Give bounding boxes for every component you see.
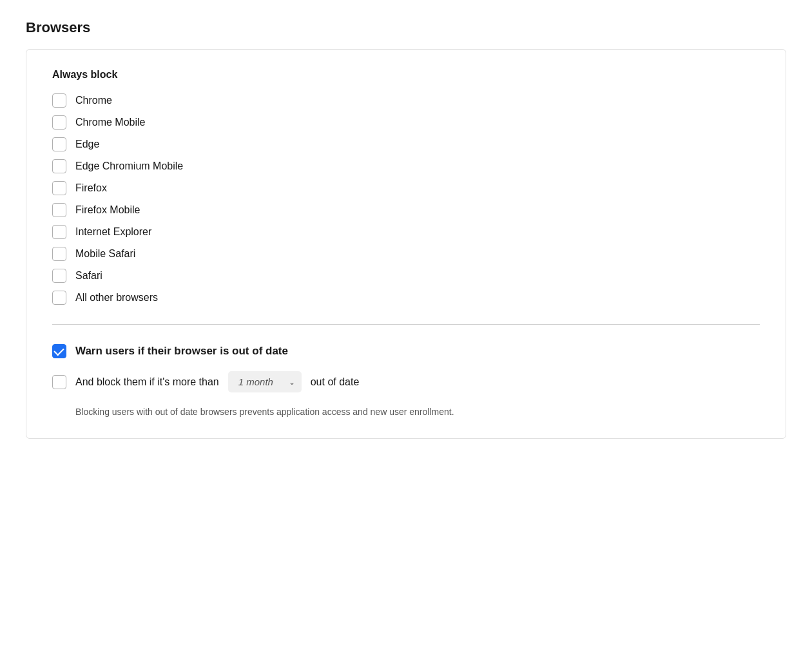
firefox-label[interactable]: Firefox [75, 182, 107, 194]
month-dropdown-wrapper: 1 month 2 months 3 months 6 months ⌄ [228, 371, 302, 392]
list-item: Edge Chromium Mobile [52, 159, 760, 173]
safari-label[interactable]: Safari [75, 270, 102, 282]
list-item: All other browsers [52, 291, 760, 305]
edge-label[interactable]: Edge [75, 139, 99, 150]
chrome-label[interactable]: Chrome [75, 95, 112, 106]
list-item: Mobile Safari [52, 247, 760, 261]
safari-checkbox[interactable] [52, 269, 66, 283]
chrome-checkbox[interactable] [52, 93, 66, 108]
list-item: Edge [52, 137, 760, 151]
internet-explorer-label[interactable]: Internet Explorer [75, 226, 151, 238]
month-select[interactable]: 1 month 2 months 3 months 6 months [228, 371, 302, 392]
always-block-title: Always block [52, 69, 760, 81]
list-item: Internet Explorer [52, 225, 760, 239]
browser-checkbox-list: Chrome Chrome Mobile Edge Edge Chromium … [52, 93, 760, 305]
all-other-browsers-checkbox[interactable] [52, 291, 66, 305]
warn-header: Warn users if their browser is out of da… [52, 344, 760, 358]
internet-explorer-checkbox[interactable] [52, 225, 66, 239]
page-title: Browsers [26, 19, 786, 36]
list-item: Firefox [52, 181, 760, 195]
section-divider [52, 324, 760, 325]
mobile-safari-label[interactable]: Mobile Safari [75, 248, 135, 260]
help-text: Blocking users with out of date browsers… [75, 405, 760, 419]
chrome-mobile-label[interactable]: Chrome Mobile [75, 117, 145, 128]
firefox-mobile-checkbox[interactable] [52, 203, 66, 217]
block-users-checkbox[interactable] [52, 375, 66, 389]
list-item: Safari [52, 269, 760, 283]
chrome-mobile-checkbox[interactable] [52, 115, 66, 130]
list-item: Chrome [52, 93, 760, 108]
browsers-card: Always block Chrome Chrome Mobile Edge E… [26, 49, 786, 439]
out-of-date-text: out of date [311, 376, 360, 388]
list-item: Chrome Mobile [52, 115, 760, 130]
all-other-browsers-label[interactable]: All other browsers [75, 292, 158, 304]
edge-checkbox[interactable] [52, 137, 66, 151]
warn-section: Warn users if their browser is out of da… [52, 344, 760, 419]
block-text: And block them if it's more than [75, 376, 219, 388]
block-row: And block them if it's more than 1 month… [52, 371, 760, 392]
warn-users-label[interactable]: Warn users if their browser is out of da… [75, 345, 288, 358]
edge-chromium-mobile-checkbox[interactable] [52, 159, 66, 173]
mobile-safari-checkbox[interactable] [52, 247, 66, 261]
list-item: Firefox Mobile [52, 203, 760, 217]
warn-users-checkbox[interactable] [52, 344, 66, 358]
firefox-mobile-label[interactable]: Firefox Mobile [75, 204, 140, 216]
edge-chromium-mobile-label[interactable]: Edge Chromium Mobile [75, 160, 183, 172]
firefox-checkbox[interactable] [52, 181, 66, 195]
